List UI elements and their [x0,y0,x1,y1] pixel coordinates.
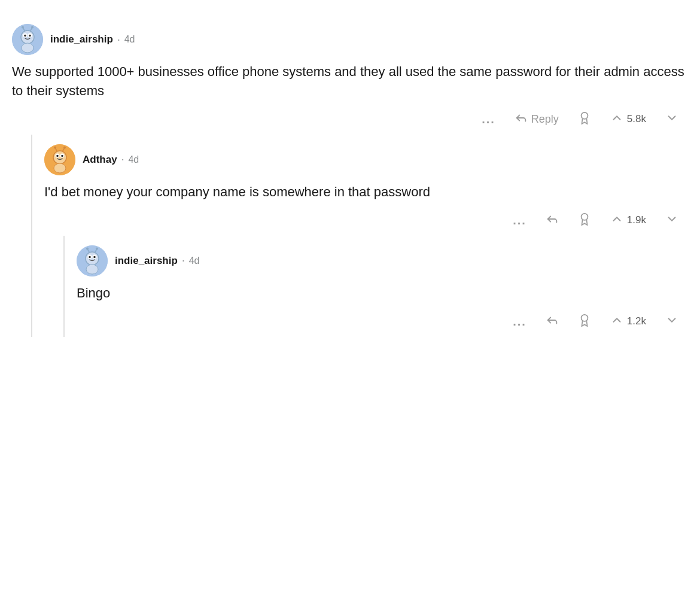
comment-header: indie_airship • 4d [12,24,688,55]
avatar [12,24,43,55]
comments-section: indie_airship • 4d We supported 1000+ bu… [12,14,688,337]
svg-point-9 [31,26,34,29]
comment-body: I'd bet money your company name is somew… [44,183,688,202]
svg-point-19 [54,146,56,148]
svg-point-25 [86,252,99,265]
svg-point-13 [53,151,66,164]
downvote-button[interactable] [662,311,682,332]
upvote-button[interactable]: 1.9k [607,210,650,231]
svg-point-23 [581,214,588,220]
timestamp: 4d [189,256,200,266]
replies-container: Adthay • 4d I'd bet money your company n… [31,135,688,337]
svg-point-21 [63,146,66,148]
upvote-button[interactable]: 1.2k [607,311,650,332]
downvote-icon [665,314,678,330]
avatar [44,144,75,175]
more-button[interactable]: ... [478,110,499,129]
timestamp: 4d [124,34,135,45]
upvote-button[interactable]: 5.8k [607,109,650,130]
svg-point-33 [96,247,98,250]
more-button[interactable]: ... [509,312,530,331]
svg-point-22 [54,163,66,173]
reply-comment-1: Adthay • 4d I'd bet money your company n… [44,135,688,236]
downvote-button[interactable] [662,210,682,231]
downvote-icon [665,111,678,127]
reply-button[interactable] [542,311,562,332]
comment-header: indie_airship • 4d [77,245,688,276]
comment-actions: ... [44,210,688,231]
award-icon [578,111,591,127]
avatar [77,245,108,276]
downvote-button[interactable] [662,109,682,130]
comment-meta: indie_airship • 4d [50,34,135,45]
award-button[interactable] [574,311,595,332]
upvote-count: 1.9k [627,214,646,226]
upvote-icon [610,314,623,330]
award-button[interactable] [574,109,595,130]
svg-point-5 [29,35,31,37]
upvote-count: 5.8k [627,113,646,125]
reply-icon [515,111,528,127]
award-button[interactable] [574,210,595,231]
svg-point-7 [22,26,24,29]
reply-button[interactable] [542,210,562,231]
reply-comment-2: indie_airship • 4d Bingo ... [77,236,688,337]
upvote-count: 1.2k [627,315,646,327]
svg-point-28 [89,256,91,258]
svg-point-16 [56,154,59,157]
comment-meta: Adthay • 4d [83,154,139,166]
reply-label: Reply [531,113,559,126]
more-button[interactable]: ... [509,211,530,230]
username[interactable]: indie_airship [115,255,178,267]
svg-point-35 [581,314,588,321]
svg-point-1 [21,31,34,44]
comment-header: Adthay • 4d [44,144,688,175]
username[interactable]: Adthay [83,154,117,166]
svg-point-11 [581,113,588,119]
svg-point-31 [86,247,89,250]
svg-point-10 [22,43,34,53]
svg-point-29 [93,256,96,258]
reply-icon [546,314,559,330]
comment-meta: indie_airship • 4d [115,255,199,267]
svg-point-4 [24,35,26,37]
reply-button[interactable]: Reply [511,109,562,130]
downvote-icon [665,212,678,229]
comment-body: We supported 1000+ businesses office pho… [12,62,688,101]
username[interactable]: indie_airship [50,34,113,45]
top-comment: indie_airship • 4d We supported 1000+ bu… [12,14,688,135]
timestamp: 4d [128,154,139,165]
svg-point-17 [61,154,63,157]
comment-actions: ... Reply [12,109,688,130]
nested-replies: indie_airship • 4d Bingo ... [63,236,688,337]
award-icon [578,212,591,229]
comment-actions: ... [77,311,688,332]
award-icon [578,314,591,330]
reply-icon [546,212,559,229]
upvote-icon [610,111,623,127]
upvote-icon [610,212,623,229]
svg-point-34 [86,265,98,274]
comment-body: Bingo [77,284,688,303]
